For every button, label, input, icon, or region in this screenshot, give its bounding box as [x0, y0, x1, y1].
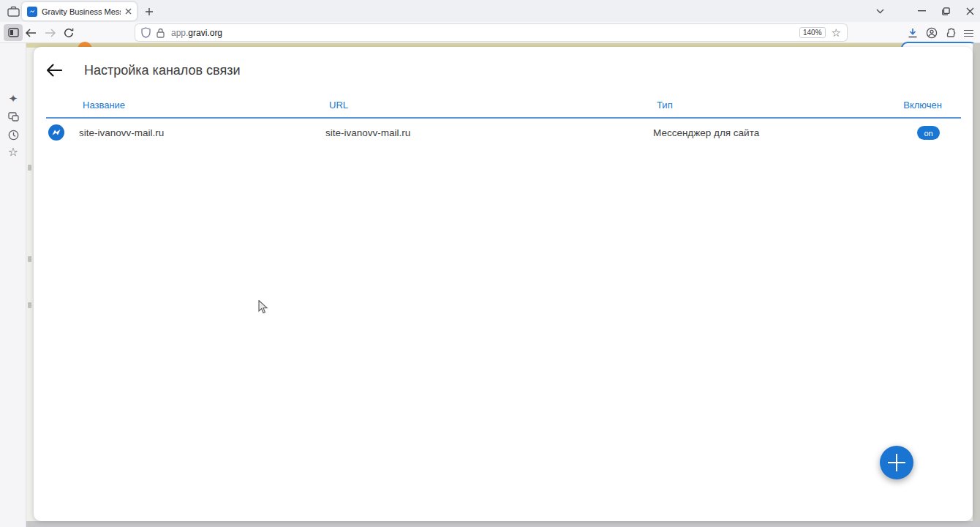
channel-url: site-ivanovv-mail.ru: [325, 127, 410, 138]
sidebar-synced-tabs-icon[interactable]: [7, 110, 20, 123]
firefox-view-icon: [7, 6, 20, 17]
zoom-level-badge[interactable]: 140%: [799, 27, 826, 38]
sidebar-history-clock-icon[interactable]: [7, 128, 20, 141]
background-bottom-strip: [26, 521, 980, 527]
firefox-sidebar: ✦ ☆ ⚙: [0, 43, 26, 527]
firefox-view-button[interactable]: [4, 4, 22, 19]
tab-favicon-messenger-icon: [27, 7, 37, 17]
back-button[interactable]: [23, 26, 38, 40]
forward-button[interactable]: [42, 26, 57, 40]
table-row[interactable]: site-ivanovv-mail.ru site-ivanovv-mail.r…: [34, 122, 973, 144]
reload-button[interactable]: [61, 26, 76, 40]
background-text-fragment: [28, 165, 31, 171]
channel-messenger-icon: [48, 124, 64, 141]
plus-icon: [888, 454, 905, 471]
window-maximize-button[interactable]: [935, 2, 956, 20]
column-header-name[interactable]: Название: [83, 100, 125, 111]
browser-toolbar: app.gravi.org 140% ☆: [0, 22, 980, 43]
bookmark-star-icon[interactable]: ☆: [832, 27, 841, 38]
page-title: Настройка каналов связи: [84, 63, 241, 78]
tab-close-icon[interactable]: [125, 8, 132, 15]
downloads-button[interactable]: [905, 26, 920, 40]
add-channel-button[interactable]: [880, 446, 913, 479]
menu-hamburger-icon[interactable]: [961, 26, 976, 40]
channel-enabled-toggle[interactable]: on: [917, 126, 940, 140]
window-minimize-button[interactable]: [911, 2, 932, 20]
browser-window: Gravity Business Messenger: [0, 0, 980, 527]
sidebar-bookmarks-star-icon[interactable]: ☆: [7, 146, 20, 159]
sidebar-toggle-button[interactable]: [4, 24, 23, 41]
column-header-enabled[interactable]: Включен: [903, 100, 942, 111]
background-right-strip: [973, 43, 980, 527]
url-bar[interactable]: app.gravi.org 140% ☆: [135, 24, 847, 41]
extensions-button[interactable]: [943, 26, 958, 40]
window-close-button[interactable]: [960, 2, 980, 20]
background-text-fragment: [28, 256, 31, 262]
url-text: app.gravi.org: [171, 28, 222, 38]
channels-settings-panel: Настройка каналов связи Название URL Тип…: [34, 47, 973, 521]
column-header-type[interactable]: Тип: [657, 100, 673, 111]
account-button[interactable]: [924, 26, 939, 40]
url-subdomain: app.: [171, 28, 188, 38]
list-all-tabs-chevron-icon[interactable]: [872, 4, 888, 18]
new-tab-button[interactable]: [142, 4, 157, 19]
column-header-url[interactable]: URL: [329, 100, 348, 111]
tracking-protection-shield-icon[interactable]: [141, 27, 151, 38]
browser-tab[interactable]: Gravity Business Messenger: [22, 2, 137, 20]
sidebar-ai-sparkle-icon[interactable]: ✦: [7, 91, 20, 105]
back-arrow-button[interactable]: [43, 59, 65, 81]
url-domain: gravi.org: [188, 28, 222, 38]
channel-name: site-ivanovv-mail.ru: [79, 127, 164, 138]
tab-title: Gravity Business Messenger: [42, 7, 121, 16]
browser-tab-bar: Gravity Business Messenger: [0, 0, 980, 22]
background-text-fragment: [28, 302, 31, 308]
channel-type: Мессенджер для сайта: [653, 127, 759, 138]
table-header-divider: [46, 117, 961, 119]
connection-lock-icon[interactable]: [157, 28, 165, 38]
